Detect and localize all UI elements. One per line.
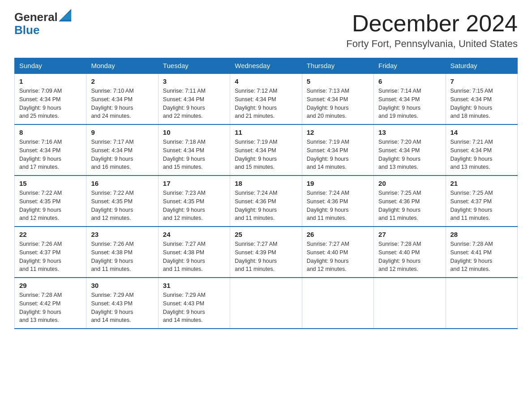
table-row: 14 Sunrise: 7:21 AM Sunset: 4:34 PM Dayl… — [446, 124, 517, 176]
day-info: Sunrise: 7:22 AM Sunset: 4:35 PM Dayligh… — [91, 189, 153, 223]
table-row: 19 Sunrise: 7:24 AM Sunset: 4:36 PM Dayl… — [302, 176, 373, 227]
table-row: 16 Sunrise: 7:22 AM Sunset: 4:35 PM Dayl… — [86, 176, 158, 227]
day-number: 16 — [91, 180, 153, 187]
day-info: Sunrise: 7:20 AM Sunset: 4:34 PM Dayligh… — [378, 138, 441, 171]
header-sunday: Sunday — [15, 58, 86, 74]
table-row: 24 Sunrise: 7:27 AM Sunset: 4:38 PM Dayl… — [158, 227, 230, 278]
table-row: 5 Sunrise: 7:13 AM Sunset: 4:34 PM Dayli… — [302, 73, 373, 124]
day-number: 30 — [91, 282, 153, 289]
day-info: Sunrise: 7:19 AM Sunset: 4:34 PM Dayligh… — [235, 138, 297, 171]
table-row: 21 Sunrise: 7:25 AM Sunset: 4:37 PM Dayl… — [446, 176, 517, 227]
calendar-week-row: 22 Sunrise: 7:26 AM Sunset: 4:37 PM Dayl… — [15, 227, 518, 278]
table-row: 6 Sunrise: 7:14 AM Sunset: 4:34 PM Dayli… — [374, 73, 446, 124]
day-number: 9 — [91, 128, 153, 136]
table-row: 3 Sunrise: 7:11 AM Sunset: 4:34 PM Dayli… — [158, 73, 230, 124]
logo-blue-text: Blue — [14, 23, 39, 37]
table-row: 29 Sunrise: 7:28 AM Sunset: 4:42 PM Dayl… — [15, 278, 86, 329]
day-number: 18 — [235, 180, 297, 187]
day-info: Sunrise: 7:28 AM Sunset: 4:40 PM Dayligh… — [378, 240, 441, 274]
table-row: 1 Sunrise: 7:09 AM Sunset: 4:34 PM Dayli… — [15, 73, 86, 124]
calendar-week-row: 1 Sunrise: 7:09 AM Sunset: 4:34 PM Dayli… — [15, 73, 518, 124]
day-number: 8 — [19, 128, 82, 136]
header-wednesday: Wednesday — [230, 58, 302, 74]
day-number: 7 — [450, 77, 513, 85]
calendar-table: Sunday Monday Tuesday Wednesday Thursday… — [14, 58, 518, 329]
day-info: Sunrise: 7:16 AM Sunset: 4:34 PM Dayligh… — [19, 138, 82, 171]
table-row: 13 Sunrise: 7:20 AM Sunset: 4:34 PM Dayl… — [374, 124, 446, 176]
day-info: Sunrise: 7:13 AM Sunset: 4:34 PM Dayligh… — [307, 87, 369, 120]
day-info: Sunrise: 7:28 AM Sunset: 4:42 PM Dayligh… — [19, 291, 82, 325]
header-friday: Friday — [374, 58, 446, 74]
day-number: 1 — [19, 77, 82, 85]
day-info: Sunrise: 7:28 AM Sunset: 4:41 PM Dayligh… — [450, 240, 513, 274]
table-row: 9 Sunrise: 7:17 AM Sunset: 4:34 PM Dayli… — [86, 124, 158, 176]
day-number: 5 — [307, 77, 369, 85]
day-number: 19 — [307, 180, 369, 187]
table-row — [230, 278, 302, 329]
calendar-week-row: 8 Sunrise: 7:16 AM Sunset: 4:34 PM Dayli… — [15, 124, 518, 176]
table-row: 27 Sunrise: 7:28 AM Sunset: 4:40 PM Dayl… — [374, 227, 446, 278]
day-info: Sunrise: 7:22 AM Sunset: 4:35 PM Dayligh… — [19, 189, 82, 223]
day-number: 3 — [163, 77, 225, 85]
header-thursday: Thursday — [302, 58, 373, 74]
day-info: Sunrise: 7:26 AM Sunset: 4:38 PM Dayligh… — [91, 240, 153, 274]
day-number: 24 — [163, 231, 225, 238]
day-info: Sunrise: 7:11 AM Sunset: 4:34 PM Dayligh… — [163, 87, 225, 120]
location-title: Forty Fort, Pennsylvania, United States — [346, 38, 518, 50]
day-info: Sunrise: 7:25 AM Sunset: 4:37 PM Dayligh… — [450, 189, 513, 223]
table-row: 23 Sunrise: 7:26 AM Sunset: 4:38 PM Dayl… — [86, 227, 158, 278]
table-row — [374, 278, 446, 329]
table-row: 22 Sunrise: 7:26 AM Sunset: 4:37 PM Dayl… — [15, 227, 86, 278]
table-row: 30 Sunrise: 7:29 AM Sunset: 4:43 PM Dayl… — [86, 278, 158, 329]
table-row: 17 Sunrise: 7:23 AM Sunset: 4:35 PM Dayl… — [158, 176, 230, 227]
day-number: 14 — [450, 128, 513, 136]
logo-general-text: General — [14, 11, 58, 24]
page-header: General Blue December 2024 Forty Fort, P… — [14, 11, 518, 50]
day-info: Sunrise: 7:09 AM Sunset: 4:34 PM Dayligh… — [19, 87, 82, 120]
table-row: 2 Sunrise: 7:10 AM Sunset: 4:34 PM Dayli… — [86, 73, 158, 124]
month-title: December 2024 — [346, 11, 518, 36]
calendar-week-row: 15 Sunrise: 7:22 AM Sunset: 4:35 PM Dayl… — [15, 176, 518, 227]
table-row: 26 Sunrise: 7:27 AM Sunset: 4:40 PM Dayl… — [302, 227, 373, 278]
logo-triangle-icon — [59, 9, 71, 21]
day-info: Sunrise: 7:25 AM Sunset: 4:36 PM Dayligh… — [378, 189, 441, 223]
header-monday: Monday — [86, 58, 158, 74]
table-row — [302, 278, 373, 329]
day-number: 29 — [19, 282, 82, 289]
day-number: 6 — [378, 77, 441, 85]
table-row: 8 Sunrise: 7:16 AM Sunset: 4:34 PM Dayli… — [15, 124, 86, 176]
day-info: Sunrise: 7:12 AM Sunset: 4:34 PM Dayligh… — [235, 87, 297, 120]
day-number: 25 — [235, 231, 297, 238]
day-number: 13 — [378, 128, 441, 136]
table-row: 28 Sunrise: 7:28 AM Sunset: 4:41 PM Dayl… — [446, 227, 517, 278]
table-row: 12 Sunrise: 7:19 AM Sunset: 4:34 PM Dayl… — [302, 124, 373, 176]
day-number: 21 — [450, 180, 513, 187]
day-info: Sunrise: 7:23 AM Sunset: 4:35 PM Dayligh… — [163, 189, 225, 223]
day-info: Sunrise: 7:29 AM Sunset: 4:43 PM Dayligh… — [91, 291, 153, 325]
table-row: 10 Sunrise: 7:18 AM Sunset: 4:34 PM Dayl… — [158, 124, 230, 176]
day-info: Sunrise: 7:14 AM Sunset: 4:34 PM Dayligh… — [378, 87, 441, 120]
day-number: 4 — [235, 77, 297, 85]
day-number: 17 — [163, 180, 225, 187]
day-number: 12 — [307, 128, 369, 136]
logo: General Blue — [14, 11, 71, 36]
table-row: 18 Sunrise: 7:24 AM Sunset: 4:36 PM Dayl… — [230, 176, 302, 227]
header-tuesday: Tuesday — [158, 58, 230, 74]
day-number: 11 — [235, 128, 297, 136]
day-number: 28 — [450, 231, 513, 238]
day-number: 26 — [307, 231, 369, 238]
day-number: 10 — [163, 128, 225, 136]
day-number: 31 — [163, 282, 225, 289]
day-info: Sunrise: 7:29 AM Sunset: 4:43 PM Dayligh… — [163, 291, 225, 325]
calendar-week-row: 29 Sunrise: 7:28 AM Sunset: 4:42 PM Dayl… — [15, 278, 518, 329]
day-number: 27 — [378, 231, 441, 238]
day-info: Sunrise: 7:19 AM Sunset: 4:34 PM Dayligh… — [307, 138, 369, 171]
day-number: 20 — [378, 180, 441, 187]
day-info: Sunrise: 7:17 AM Sunset: 4:34 PM Dayligh… — [91, 138, 153, 171]
day-info: Sunrise: 7:15 AM Sunset: 4:34 PM Dayligh… — [450, 87, 513, 120]
table-row: 25 Sunrise: 7:27 AM Sunset: 4:39 PM Dayl… — [230, 227, 302, 278]
table-row: 31 Sunrise: 7:29 AM Sunset: 4:43 PM Dayl… — [158, 278, 230, 329]
day-info: Sunrise: 7:18 AM Sunset: 4:34 PM Dayligh… — [163, 138, 225, 171]
day-info: Sunrise: 7:27 AM Sunset: 4:39 PM Dayligh… — [235, 240, 297, 274]
day-number: 15 — [19, 180, 82, 187]
